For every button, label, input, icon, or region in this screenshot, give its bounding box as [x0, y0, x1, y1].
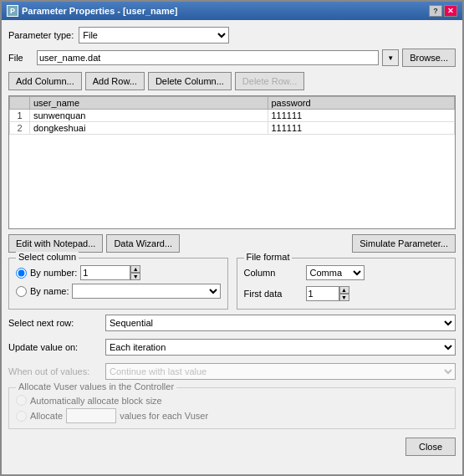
- by-number-spinner: ▲ ▼: [80, 265, 140, 280]
- add-row-button[interactable]: Add Row...: [85, 72, 145, 90]
- data-wizard-button[interactable]: Data Wizard...: [106, 234, 180, 253]
- data-table-area: user_name password 1 sunwenquan 111111 2…: [8, 95, 456, 229]
- by-name-label: By name:: [30, 286, 69, 296]
- file-label: File: [8, 53, 33, 63]
- first-data-input[interactable]: [306, 286, 339, 301]
- row-num: 1: [10, 110, 30, 122]
- col-header-num: [10, 97, 30, 110]
- title-bar: P Parameter Properties - [user_name] ? ✕: [2, 2, 462, 20]
- main-window: P Parameter Properties - [user_name] ? ✕…: [0, 0, 464, 476]
- col-header-password: password: [268, 97, 455, 110]
- row-num: 2: [10, 122, 30, 135]
- first-data-spinner: ▲ ▼: [306, 286, 349, 301]
- by-name-select[interactable]: [72, 284, 220, 299]
- by-number-radio[interactable]: [16, 268, 27, 279]
- table-row[interactable]: 2 dongkeshuai 111111: [10, 122, 455, 135]
- row-user-name: sunwenquan: [30, 110, 268, 122]
- first-data-down[interactable]: ▼: [339, 294, 349, 301]
- update-value-on-select[interactable]: Each iteration: [105, 339, 456, 356]
- first-data-arrows: ▲ ▼: [339, 286, 349, 301]
- browse-button[interactable]: Browse...: [402, 49, 456, 67]
- file-format-content: Column Comma First data ▲ ▼: [244, 265, 449, 304]
- select-next-row-select[interactable]: Sequential: [105, 315, 456, 331]
- first-data-up[interactable]: ▲: [339, 286, 349, 294]
- by-name-row: By name:: [16, 284, 221, 299]
- first-data-label: First data: [244, 289, 303, 299]
- when-out-of-values-row: When out of values: Continue with last v…: [8, 363, 456, 380]
- table-row[interactable]: 1 sunwenquan 111111: [10, 110, 455, 122]
- by-name-radio[interactable]: [16, 286, 27, 297]
- help-button[interactable]: ?: [429, 5, 442, 17]
- middle-buttons-row: Edit with Notepad... Data Wizard... Simu…: [8, 234, 456, 253]
- select-column-content: By number: ▲ ▼ By name:: [16, 265, 221, 299]
- close-button[interactable]: Close: [405, 438, 456, 456]
- row-user-name: dongkeshuai: [30, 122, 268, 135]
- add-column-button[interactable]: Add Column...: [8, 72, 82, 90]
- title-bar-buttons: ? ✕: [429, 5, 457, 17]
- edit-notepad-button[interactable]: Edit with Notepad...: [8, 234, 103, 253]
- first-data-row: First data ▲ ▼: [244, 286, 449, 301]
- window-close-button[interactable]: ✕: [444, 5, 457, 17]
- content-area: Parameter type: File File ▼ Browse... Ad…: [2, 20, 462, 474]
- allocate-label: Allocate: [30, 411, 63, 421]
- by-number-up[interactable]: ▲: [130, 265, 140, 273]
- update-value-on-label: Update value on:: [8, 342, 100, 352]
- auto-allocate-row: Automatically allocate block size: [16, 395, 448, 406]
- allocate-content: Automatically allocate block size Alloca…: [16, 395, 448, 423]
- close-button-row: Close: [8, 438, 456, 456]
- column-format-select[interactable]: Comma: [306, 265, 365, 280]
- select-column-title: Select column: [16, 252, 79, 262]
- left-mid-buttons: Edit with Notepad... Data Wizard...: [8, 234, 180, 253]
- allocate-input: [66, 408, 116, 423]
- toolbar-buttons-row: Add Column... Add Row... Delete Column..…: [8, 72, 456, 90]
- column-format-row: Column Comma: [244, 265, 449, 280]
- param-type-label: Parameter type:: [8, 30, 74, 40]
- delete-column-button[interactable]: Delete Column...: [148, 72, 232, 90]
- values-for-each-vuser-label: values for each Vuser: [120, 411, 208, 421]
- col-header-user-name: user_name: [30, 97, 268, 110]
- column-format-label: Column: [244, 268, 303, 278]
- allocate-radio: [16, 411, 27, 422]
- title-bar-left: P Parameter Properties - [user_name]: [7, 5, 177, 17]
- allocate-group-title: Allocate Vuser values in the Controller: [16, 381, 176, 392]
- by-number-down[interactable]: ▼: [130, 273, 140, 280]
- auto-allocate-radio: [16, 395, 27, 406]
- param-type-row: Parameter type: File: [8, 27, 456, 44]
- select-next-row-row: Select next row: Sequential: [8, 315, 456, 331]
- window-icon: P: [7, 5, 18, 17]
- window-title: Parameter Properties - [user_name]: [22, 6, 177, 16]
- column-format-section: Select column By number: ▲ ▼: [8, 258, 456, 310]
- file-input[interactable]: [37, 50, 379, 65]
- file-format-group: File format Column Comma First data: [237, 258, 456, 310]
- param-type-select[interactable]: File: [79, 27, 229, 44]
- by-number-input[interactable]: [80, 265, 130, 280]
- row-password: 111111: [268, 110, 455, 122]
- when-out-of-values-label: When out of values:: [8, 366, 100, 376]
- file-format-title: File format: [244, 252, 293, 262]
- by-number-arrows: ▲ ▼: [130, 265, 140, 280]
- by-number-row: By number: ▲ ▼: [16, 265, 221, 280]
- auto-allocate-label: Automatically allocate block size: [30, 396, 162, 406]
- file-row: File ▼ Browse...: [8, 49, 456, 67]
- row-password: 111111: [268, 122, 455, 135]
- data-table: user_name password 1 sunwenquan 111111 2…: [9, 96, 455, 135]
- update-value-on-row: Update value on: Each iteration: [8, 339, 456, 356]
- by-number-label: By number:: [30, 268, 77, 278]
- simulate-parameter-button[interactable]: Simulate Parameter...: [352, 234, 456, 253]
- select-column-group: Select column By number: ▲ ▼: [8, 258, 228, 310]
- select-next-row-label: Select next row:: [8, 318, 100, 328]
- delete-row-button[interactable]: Delete Row...: [235, 72, 304, 90]
- when-out-of-values-select[interactable]: Continue with last value: [105, 363, 456, 380]
- file-dropdown-arrow[interactable]: ▼: [382, 49, 399, 66]
- allocate-group: Allocate Vuser values in the Controller …: [8, 387, 456, 429]
- allocate-row: Allocate values for each Vuser: [16, 408, 448, 423]
